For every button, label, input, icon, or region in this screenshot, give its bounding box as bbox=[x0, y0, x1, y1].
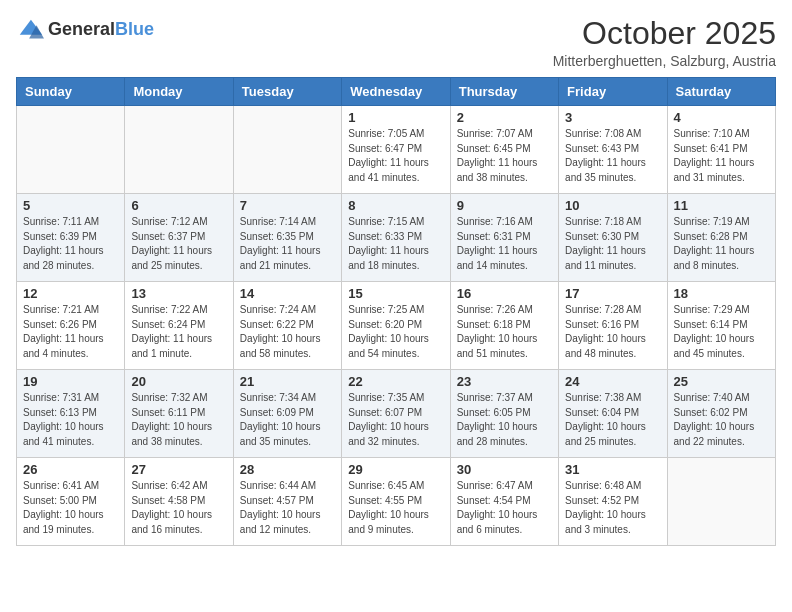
weekday-header-row: SundayMondayTuesdayWednesdayThursdayFrid… bbox=[17, 78, 776, 106]
day-cell-25: 25Sunrise: 7:40 AM Sunset: 6:02 PM Dayli… bbox=[667, 370, 775, 458]
day-number-25: 25 bbox=[674, 374, 769, 389]
day-info-16: Sunrise: 7:26 AM Sunset: 6:18 PM Dayligh… bbox=[457, 303, 552, 361]
day-cell-13: 13Sunrise: 7:22 AM Sunset: 6:24 PM Dayli… bbox=[125, 282, 233, 370]
day-number-3: 3 bbox=[565, 110, 660, 125]
day-info-23: Sunrise: 7:37 AM Sunset: 6:05 PM Dayligh… bbox=[457, 391, 552, 449]
day-number-8: 8 bbox=[348, 198, 443, 213]
weekday-header-thursday: Thursday bbox=[450, 78, 558, 106]
day-number-5: 5 bbox=[23, 198, 118, 213]
day-info-31: Sunrise: 6:48 AM Sunset: 4:52 PM Dayligh… bbox=[565, 479, 660, 537]
day-info-24: Sunrise: 7:38 AM Sunset: 6:04 PM Dayligh… bbox=[565, 391, 660, 449]
day-number-6: 6 bbox=[131, 198, 226, 213]
day-number-16: 16 bbox=[457, 286, 552, 301]
day-cell-31: 31Sunrise: 6:48 AM Sunset: 4:52 PM Dayli… bbox=[559, 458, 667, 546]
day-number-28: 28 bbox=[240, 462, 335, 477]
day-info-18: Sunrise: 7:29 AM Sunset: 6:14 PM Dayligh… bbox=[674, 303, 769, 361]
day-info-20: Sunrise: 7:32 AM Sunset: 6:11 PM Dayligh… bbox=[131, 391, 226, 449]
day-cell-6: 6Sunrise: 7:12 AM Sunset: 6:37 PM Daylig… bbox=[125, 194, 233, 282]
day-number-19: 19 bbox=[23, 374, 118, 389]
day-number-17: 17 bbox=[565, 286, 660, 301]
day-info-28: Sunrise: 6:44 AM Sunset: 4:57 PM Dayligh… bbox=[240, 479, 335, 537]
logo-icon bbox=[16, 16, 44, 44]
day-number-29: 29 bbox=[348, 462, 443, 477]
day-number-18: 18 bbox=[674, 286, 769, 301]
day-info-19: Sunrise: 7:31 AM Sunset: 6:13 PM Dayligh… bbox=[23, 391, 118, 449]
day-number-24: 24 bbox=[565, 374, 660, 389]
weekday-header-monday: Monday bbox=[125, 78, 233, 106]
weekday-header-tuesday: Tuesday bbox=[233, 78, 341, 106]
day-cell-23: 23Sunrise: 7:37 AM Sunset: 6:05 PM Dayli… bbox=[450, 370, 558, 458]
week-row-1: 1Sunrise: 7:05 AM Sunset: 6:47 PM Daylig… bbox=[17, 106, 776, 194]
day-number-31: 31 bbox=[565, 462, 660, 477]
logo: GeneralBlue bbox=[16, 16, 154, 44]
day-info-13: Sunrise: 7:22 AM Sunset: 6:24 PM Dayligh… bbox=[131, 303, 226, 361]
day-cell-20: 20Sunrise: 7:32 AM Sunset: 6:11 PM Dayli… bbox=[125, 370, 233, 458]
day-cell-4: 4Sunrise: 7:10 AM Sunset: 6:41 PM Daylig… bbox=[667, 106, 775, 194]
day-cell-24: 24Sunrise: 7:38 AM Sunset: 6:04 PM Dayli… bbox=[559, 370, 667, 458]
weekday-header-friday: Friday bbox=[559, 78, 667, 106]
day-info-29: Sunrise: 6:45 AM Sunset: 4:55 PM Dayligh… bbox=[348, 479, 443, 537]
day-number-22: 22 bbox=[348, 374, 443, 389]
day-info-2: Sunrise: 7:07 AM Sunset: 6:45 PM Dayligh… bbox=[457, 127, 552, 185]
day-number-1: 1 bbox=[348, 110, 443, 125]
day-cell-3: 3Sunrise: 7:08 AM Sunset: 6:43 PM Daylig… bbox=[559, 106, 667, 194]
day-number-30: 30 bbox=[457, 462, 552, 477]
page-header: GeneralBlue October 2025 Mitterberghuett… bbox=[16, 16, 776, 69]
day-info-30: Sunrise: 6:47 AM Sunset: 4:54 PM Dayligh… bbox=[457, 479, 552, 537]
empty-cell bbox=[17, 106, 125, 194]
day-number-13: 13 bbox=[131, 286, 226, 301]
day-cell-18: 18Sunrise: 7:29 AM Sunset: 6:14 PM Dayli… bbox=[667, 282, 775, 370]
day-number-26: 26 bbox=[23, 462, 118, 477]
day-info-7: Sunrise: 7:14 AM Sunset: 6:35 PM Dayligh… bbox=[240, 215, 335, 273]
day-info-21: Sunrise: 7:34 AM Sunset: 6:09 PM Dayligh… bbox=[240, 391, 335, 449]
day-cell-14: 14Sunrise: 7:24 AM Sunset: 6:22 PM Dayli… bbox=[233, 282, 341, 370]
day-number-4: 4 bbox=[674, 110, 769, 125]
day-info-17: Sunrise: 7:28 AM Sunset: 6:16 PM Dayligh… bbox=[565, 303, 660, 361]
day-info-5: Sunrise: 7:11 AM Sunset: 6:39 PM Dayligh… bbox=[23, 215, 118, 273]
day-cell-22: 22Sunrise: 7:35 AM Sunset: 6:07 PM Dayli… bbox=[342, 370, 450, 458]
day-cell-29: 29Sunrise: 6:45 AM Sunset: 4:55 PM Dayli… bbox=[342, 458, 450, 546]
logo-general: GeneralBlue bbox=[48, 20, 154, 40]
day-info-26: Sunrise: 6:41 AM Sunset: 5:00 PM Dayligh… bbox=[23, 479, 118, 537]
weekday-header-saturday: Saturday bbox=[667, 78, 775, 106]
day-info-12: Sunrise: 7:21 AM Sunset: 6:26 PM Dayligh… bbox=[23, 303, 118, 361]
week-row-4: 19Sunrise: 7:31 AM Sunset: 6:13 PM Dayli… bbox=[17, 370, 776, 458]
day-cell-9: 9Sunrise: 7:16 AM Sunset: 6:31 PM Daylig… bbox=[450, 194, 558, 282]
day-info-14: Sunrise: 7:24 AM Sunset: 6:22 PM Dayligh… bbox=[240, 303, 335, 361]
day-number-9: 9 bbox=[457, 198, 552, 213]
day-cell-26: 26Sunrise: 6:41 AM Sunset: 5:00 PM Dayli… bbox=[17, 458, 125, 546]
day-cell-19: 19Sunrise: 7:31 AM Sunset: 6:13 PM Dayli… bbox=[17, 370, 125, 458]
day-number-21: 21 bbox=[240, 374, 335, 389]
day-number-11: 11 bbox=[674, 198, 769, 213]
day-number-12: 12 bbox=[23, 286, 118, 301]
day-cell-15: 15Sunrise: 7:25 AM Sunset: 6:20 PM Dayli… bbox=[342, 282, 450, 370]
weekday-header-wednesday: Wednesday bbox=[342, 78, 450, 106]
day-cell-1: 1Sunrise: 7:05 AM Sunset: 6:47 PM Daylig… bbox=[342, 106, 450, 194]
weekday-header-sunday: Sunday bbox=[17, 78, 125, 106]
day-info-4: Sunrise: 7:10 AM Sunset: 6:41 PM Dayligh… bbox=[674, 127, 769, 185]
day-info-27: Sunrise: 6:42 AM Sunset: 4:58 PM Dayligh… bbox=[131, 479, 226, 537]
day-info-1: Sunrise: 7:05 AM Sunset: 6:47 PM Dayligh… bbox=[348, 127, 443, 185]
day-cell-12: 12Sunrise: 7:21 AM Sunset: 6:26 PM Dayli… bbox=[17, 282, 125, 370]
day-number-23: 23 bbox=[457, 374, 552, 389]
week-row-3: 12Sunrise: 7:21 AM Sunset: 6:26 PM Dayli… bbox=[17, 282, 776, 370]
day-cell-10: 10Sunrise: 7:18 AM Sunset: 6:30 PM Dayli… bbox=[559, 194, 667, 282]
day-number-14: 14 bbox=[240, 286, 335, 301]
day-cell-8: 8Sunrise: 7:15 AM Sunset: 6:33 PM Daylig… bbox=[342, 194, 450, 282]
title-block: October 2025 Mitterberghuetten, Salzburg… bbox=[553, 16, 776, 69]
day-info-6: Sunrise: 7:12 AM Sunset: 6:37 PM Dayligh… bbox=[131, 215, 226, 273]
day-info-15: Sunrise: 7:25 AM Sunset: 6:20 PM Dayligh… bbox=[348, 303, 443, 361]
day-info-8: Sunrise: 7:15 AM Sunset: 6:33 PM Dayligh… bbox=[348, 215, 443, 273]
calendar-table: SundayMondayTuesdayWednesdayThursdayFrid… bbox=[16, 77, 776, 546]
month-title: October 2025 bbox=[553, 16, 776, 51]
empty-cell bbox=[667, 458, 775, 546]
week-row-2: 5Sunrise: 7:11 AM Sunset: 6:39 PM Daylig… bbox=[17, 194, 776, 282]
day-number-20: 20 bbox=[131, 374, 226, 389]
week-row-5: 26Sunrise: 6:41 AM Sunset: 5:00 PM Dayli… bbox=[17, 458, 776, 546]
day-info-10: Sunrise: 7:18 AM Sunset: 6:30 PM Dayligh… bbox=[565, 215, 660, 273]
day-cell-30: 30Sunrise: 6:47 AM Sunset: 4:54 PM Dayli… bbox=[450, 458, 558, 546]
day-cell-5: 5Sunrise: 7:11 AM Sunset: 6:39 PM Daylig… bbox=[17, 194, 125, 282]
day-cell-11: 11Sunrise: 7:19 AM Sunset: 6:28 PM Dayli… bbox=[667, 194, 775, 282]
day-number-2: 2 bbox=[457, 110, 552, 125]
day-number-27: 27 bbox=[131, 462, 226, 477]
